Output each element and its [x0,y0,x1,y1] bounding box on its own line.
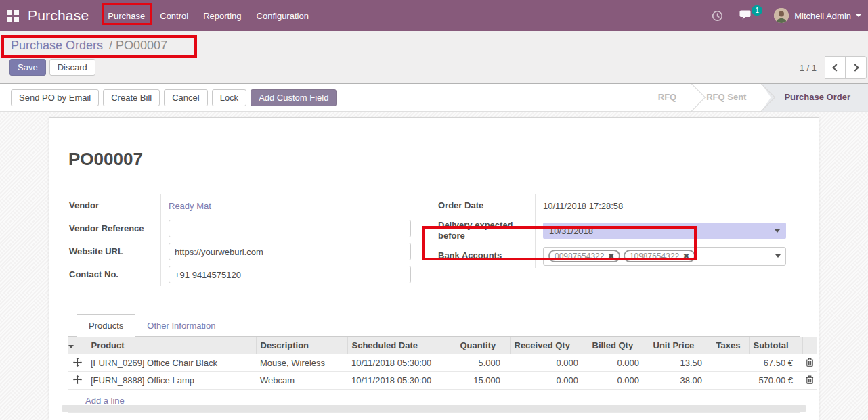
order-date-label: Order Date [437,194,536,217]
cell-product[interactable]: [FURN_0269] Office Chair Black [87,354,256,372]
delivery-expected-value: 10/31/2018 [549,226,593,236]
bank-account-tag-label: 10987654322 [630,252,679,261]
cell-subtotal: 570.00 € [749,372,802,390]
table-header-row: Product Description Scheduled Date Quant… [68,337,817,354]
bank-account-tag: 10987654322 ✖ [624,250,695,262]
vendor-label: Vendor [68,194,161,217]
delivery-expected-input[interactable]: 10/31/2018 [543,223,786,239]
nav-menu-reporting[interactable]: Reporting [196,7,248,25]
statusbar: RFQ RFQ Sent Purchase Order [643,84,868,112]
add-custom-field-button[interactable]: Add Custom Field [251,89,337,106]
cell-scheduled-date[interactable]: 10/11/2018 05:30:00 [347,354,456,372]
delete-line-icon[interactable] [802,354,817,372]
cell-product[interactable]: [FURN_8888] Office Lamp [87,372,256,390]
lock-button[interactable]: Lock [212,89,246,106]
nav-menu: Purchase Control Reporting Configuration [100,7,316,25]
app-name[interactable]: Purchase [28,7,89,24]
bank-accounts-label: Bank Accounts [437,245,536,268]
tab-products[interactable]: Products [77,314,135,337]
cell-taxes[interactable] [712,354,749,372]
remove-tag-icon[interactable]: ✖ [683,253,689,260]
website-url-input[interactable] [169,243,411,260]
drag-handle-icon[interactable] [68,354,87,372]
cell-quantity[interactable]: 15.000 [456,372,510,390]
nav-menu-purchase[interactable]: Purchase [100,7,152,25]
cell-description[interactable]: Webcam [256,372,347,390]
top-nav: Purchase Purchase Control Reporting Conf… [0,0,868,31]
cell-quantity[interactable]: 5.000 [456,354,510,372]
table-row[interactable]: [FURN_8888] Office Lamp Webcam 10/11/201… [68,372,817,390]
contact-no-input[interactable] [169,266,411,283]
nav-menu-configuration[interactable]: Configuration [249,7,316,25]
table-row[interactable]: [FURN_0269] Office Chair Black Mouse, Wi… [68,354,817,372]
horizontal-scrollbar[interactable] [62,405,806,412]
col-header-received-qty[interactable]: Received Qty [510,337,588,354]
chevron-left-icon [832,64,840,71]
cell-received-qty[interactable]: 0.000 [510,372,588,390]
col-header-billed-qty[interactable]: Billed Qty [588,337,649,354]
breadcrumb: Purchase Orders / PO00007 [9,37,169,54]
col-header-taxes[interactable]: Taxes [712,337,749,354]
chevron-down-icon [775,254,781,258]
messages-icon[interactable]: 1 [739,10,754,21]
apps-grid-icon[interactable] [7,10,19,22]
pager-previous-button[interactable] [825,56,846,79]
col-header-unit-price[interactable]: Unit Price [649,337,712,354]
user-avatar[interactable] [774,8,789,23]
message-count-badge: 1 [752,5,762,16]
page-title: PO00007 [68,149,800,170]
discard-button[interactable]: Discard [49,59,95,76]
website-url-label: Website URL [68,240,161,263]
stage-purchase-order[interactable]: Purchase Order [761,84,868,112]
control-panel: Purchase Orders / PO00007 Save Discard 1… [0,31,868,84]
pager-count: 1 / 1 [800,63,817,73]
cell-unit-price[interactable]: 13.50 [649,354,712,372]
col-header-product[interactable]: Product [87,337,256,354]
breadcrumb-purchase-orders[interactable]: Purchase Orders [11,39,103,52]
cell-taxes[interactable] [712,372,749,390]
notebook-tabs: Products Other Information [68,314,800,337]
cell-unit-price[interactable]: 38.00 [649,372,712,390]
tab-other-information[interactable]: Other Information [135,315,227,336]
form-sheet: PO00007 Vendor Ready Mat Vendor Referenc… [49,117,819,420]
cell-billed-qty[interactable]: 0.000 [588,372,649,390]
sort-caret-header[interactable] [68,337,87,354]
vendor-value[interactable]: Ready Mat [161,201,411,211]
bank-account-tag: 00987654322 ✖ [548,250,620,262]
nav-menu-control[interactable]: Control [152,7,196,25]
cell-billed-qty[interactable]: 0.000 [588,354,649,372]
drag-handle-icon[interactable] [68,372,87,390]
create-bill-button[interactable]: Create Bill [103,89,160,106]
col-header-scheduled-date[interactable]: Scheduled Date [347,337,456,354]
send-po-by-email-button[interactable]: Send PO by Email [11,89,99,106]
order-lines-table: Product Description Scheduled Date Quant… [68,337,817,390]
chevron-down-icon [775,229,780,233]
delete-line-icon[interactable] [802,372,817,390]
form-left-column: Vendor Ready Mat Vendor Reference Websit… [68,194,411,286]
breadcrumb-current: / PO00007 [109,39,167,52]
col-header-subtotal[interactable]: Subtotal [749,337,802,354]
col-header-actions [802,337,817,354]
col-header-quantity[interactable]: Quantity [456,337,510,354]
pager: 1 / 1 [800,56,867,79]
cell-received-qty[interactable]: 0.000 [510,354,588,372]
cell-subtotal: 67.50 € [749,354,802,372]
pager-next-button[interactable] [846,56,867,79]
chevron-down-icon [856,14,861,17]
vendor-reference-label: Vendor Reference [68,217,161,240]
user-menu[interactable]: Mitchell Admin [794,11,851,21]
activities-clock-icon[interactable] [712,10,723,22]
action-bar: Send PO by Email Create Bill Cancel Lock… [0,84,868,112]
cell-scheduled-date[interactable]: 10/11/2018 05:30:00 [347,372,456,390]
cancel-button[interactable]: Cancel [164,89,207,106]
cell-description[interactable]: Mouse, Wireless [256,354,347,372]
col-header-description[interactable]: Description [256,337,347,354]
add-a-line-link[interactable]: Add a line [85,396,125,406]
bank-account-tag-label: 00987654322 [555,252,604,261]
bank-accounts-input[interactable]: 00987654322 ✖ 10987654322 ✖ [543,247,786,266]
remove-tag-icon[interactable]: ✖ [608,253,613,260]
content-area: PO00007 Vendor Ready Mat Vendor Referenc… [0,112,868,420]
save-button[interactable]: Save [9,59,46,76]
sort-down-icon [68,345,74,348]
vendor-reference-input[interactable] [169,220,411,237]
